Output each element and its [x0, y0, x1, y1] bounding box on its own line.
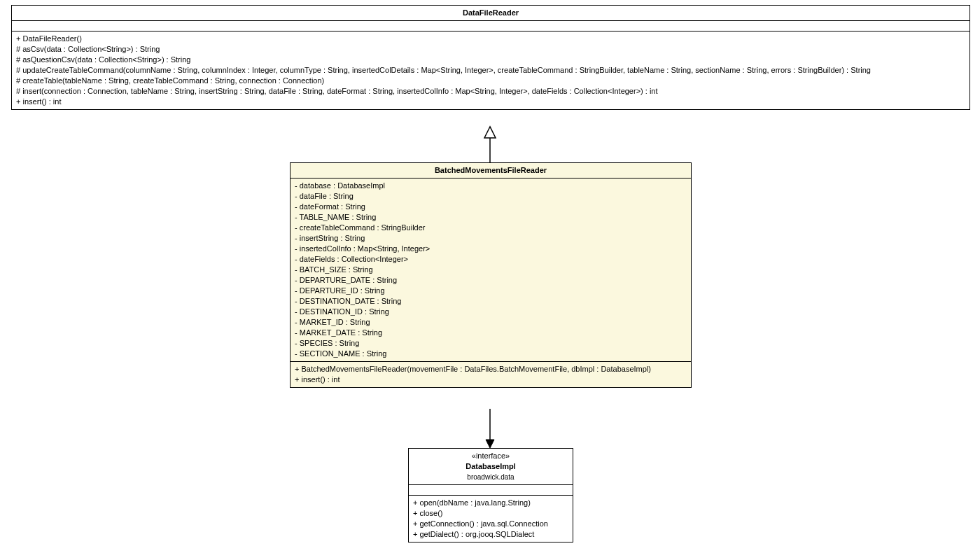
inheritance-arrowhead-icon	[484, 127, 496, 138]
connectors-svg	[0, 0, 980, 560]
association-arrowhead-icon	[486, 440, 494, 448]
